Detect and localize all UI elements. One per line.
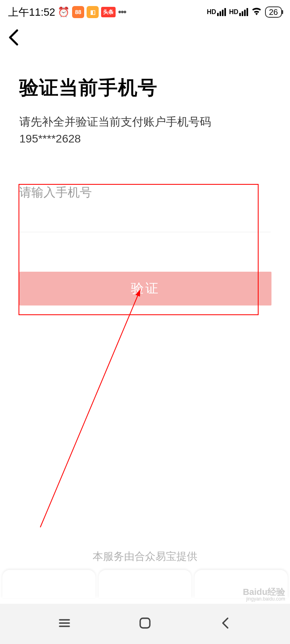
svg-line-0 <box>40 290 140 527</box>
verify-button-label: 验证 <box>131 280 160 297</box>
signal-1: HD <box>207 8 226 16</box>
phone-input-label: 请输入手机号 <box>19 184 271 201</box>
battery-level: 26 <box>269 8 278 17</box>
page-title: 验证当前手机号 <box>19 75 271 101</box>
signal-bars-icon-2 <box>239 8 248 16</box>
phone-input[interactable] <box>19 208 271 232</box>
hd-label-2: HD <box>229 8 238 16</box>
signal-2: HD <box>229 8 248 16</box>
footer-tab-1[interactable] <box>2 570 95 598</box>
status-right: HD HD 26 <box>207 6 282 18</box>
system-nav-bar <box>0 604 290 644</box>
home-button[interactable] <box>130 609 160 639</box>
status-left: 上午11:52 ⏰ 88 ◧ 头条 ••• <box>8 5 126 19</box>
chevron-left-icon <box>219 617 232 630</box>
status-time: 上午11:52 <box>8 5 55 19</box>
service-provider-footer: 本服务由合众易宝提供 <box>0 549 290 564</box>
footer-tab-2[interactable] <box>99 570 192 598</box>
recents-button[interactable] <box>50 609 79 639</box>
app-icon-1: 88 <box>72 6 84 18</box>
content: 验证当前手机号 请先补全并验证当前支付账户手机号码 195****2628 请输… <box>0 75 290 305</box>
app-icon-2: ◧ <box>87 6 99 18</box>
subtitle-prefix: 请先补全并验证当前支付账户手机号码 <box>19 116 211 128</box>
watermark-sub: jingyan.baidu.com <box>243 597 285 601</box>
wifi-icon <box>251 6 262 18</box>
status-bar: 上午11:52 ⏰ 88 ◧ 头条 ••• HD HD 26 <box>0 0 290 24</box>
back-button[interactable] <box>4 25 24 51</box>
subtitle: 请先补全并验证当前支付账户手机号码 195****2628 <box>19 114 271 147</box>
toutiao-icon: 头条 <box>101 7 116 17</box>
hd-label-1: HD <box>207 8 216 16</box>
chevron-left-icon <box>8 29 20 45</box>
watermark: Baidu经验 jingyan.baidu.com <box>243 588 285 601</box>
home-icon <box>139 617 151 630</box>
system-back-button[interactable] <box>211 609 240 639</box>
masked-phone: 195****2628 <box>19 132 81 145</box>
more-dots-icon: ••• <box>118 6 126 18</box>
signal-bars-icon <box>217 8 226 16</box>
app-nav <box>0 24 290 52</box>
battery-indicator: 26 <box>265 6 282 18</box>
svg-rect-1 <box>140 618 150 628</box>
menu-icon <box>58 617 71 630</box>
watermark-main: Baidu经验 <box>243 587 285 597</box>
verify-button[interactable]: 验证 <box>19 272 271 305</box>
alarm-icon: ⏰ <box>58 6 70 18</box>
